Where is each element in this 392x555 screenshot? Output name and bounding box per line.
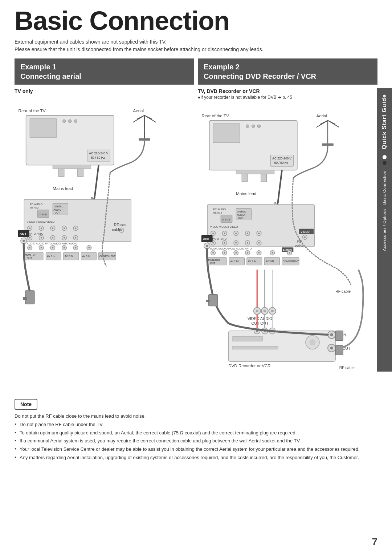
svg-text:OUT: OUT: [238, 217, 244, 219]
svg-point-127: [212, 232, 214, 234]
svg-text:DIGITAL: DIGITAL: [237, 211, 246, 213]
svg-text:AV 1 IN: AV 1 IN: [230, 260, 239, 263]
svg-point-133: [247, 232, 248, 234]
svg-point-214: [330, 347, 333, 349]
svg-point-167: [289, 252, 290, 254]
sidebar-dots: [383, 155, 387, 165]
svg-point-67: [64, 247, 65, 248]
svg-text:MONITOR: MONITOR: [208, 259, 220, 261]
svg-text:RF cable: RF cable: [335, 289, 351, 293]
svg-point-148: [247, 242, 248, 244]
svg-point-163: [258, 252, 260, 254]
svg-point-38: [41, 227, 42, 229]
svg-text:COMPONENT: COMPONENT: [283, 260, 299, 263]
svg-point-97: [257, 125, 260, 127]
svg-text:AUDIO: AUDIO: [53, 208, 61, 211]
svg-point-4: [63, 119, 66, 122]
note-item-3: If a communal Aerial system is used, you…: [15, 437, 377, 445]
svg-point-142: [212, 242, 214, 244]
note-item-2: To obtain optimum quality picture and so…: [15, 429, 377, 437]
svg-rect-203: [232, 346, 278, 349]
svg-point-202: [310, 339, 316, 345]
intro-text: External equipment and cables shown are …: [0, 38, 392, 58]
sidebar-accessories: Accessories / Options: [382, 208, 387, 251]
svg-line-17: [144, 116, 156, 122]
sidebar-quick-start: Quick Start Guide: [381, 94, 388, 149]
svg-point-144: [224, 242, 225, 244]
svg-point-159: [235, 252, 237, 254]
svg-point-195: [271, 310, 274, 312]
svg-text:50 / 60 Hz: 50 / 60 Hz: [91, 156, 105, 159]
svg-text:AC 220-240 V: AC 220-240 V: [272, 157, 291, 160]
svg-point-50: [29, 237, 30, 239]
page-number: 7: [372, 536, 377, 548]
svg-text:50 / 60 Hz: 50 / 60 Hz: [274, 161, 288, 165]
svg-text:ANT: ANT: [203, 237, 210, 241]
example2-subtitle: TV, DVD Recorder or VCR: [198, 88, 377, 94]
svg-point-5: [69, 119, 72, 122]
svg-text:Aerial: Aerial: [316, 114, 327, 118]
svg-text:via AV2: via AV2: [213, 211, 222, 214]
svg-text:RF: RF: [114, 223, 119, 227]
svg-text:VIDEO  VIDEO2   VIDEO: VIDEO VIDEO2 VIDEO: [210, 225, 238, 228]
example1-subtitle: TV only: [15, 88, 194, 94]
svg-point-40: [52, 227, 53, 229]
svg-text:AV 3 IN: AV 3 IN: [265, 260, 274, 263]
svg-text:AUDIO  AUDIO  PATO  AUDIO  PAT: AUDIO AUDIO PATO AUDIO PATO: [210, 247, 252, 250]
svg-rect-88: [23, 297, 27, 300]
svg-text:DIGITAL: DIGITAL: [53, 206, 63, 208]
svg-rect-94: [213, 123, 240, 143]
svg-point-129: [224, 232, 225, 234]
svg-point-61: [29, 247, 30, 248]
svg-text:Mains lead: Mains lead: [236, 191, 256, 196]
svg-rect-7: [53, 165, 91, 169]
svg-point-146: [235, 242, 237, 244]
svg-rect-3: [30, 118, 57, 138]
svg-text:L   PATO  PATO: L PATO PATO: [210, 237, 227, 240]
svg-rect-218: [335, 331, 343, 340]
svg-point-36: [29, 227, 30, 229]
svg-text:AV 2 IN: AV 2 IN: [65, 255, 73, 258]
svg-text:AUDIO  AUDIO  PATO  AUDIO  PAT: AUDIO AUDIO PATO AUDIO PATO AUDIO: [27, 242, 78, 245]
svg-line-16: [133, 116, 144, 122]
svg-line-107: [316, 121, 328, 127]
svg-text:Rear of the TV: Rear of the TV: [19, 109, 46, 113]
svg-text:Rear of the TV: Rear of the TV: [202, 114, 229, 118]
svg-text:D-SUB: D-SUB: [222, 218, 230, 221]
note-section: Note Do not put the RF cable close to th…: [0, 394, 392, 470]
example2-diagram: Rear of the TV Aerial AC 220-240 V 50 / …: [198, 101, 377, 392]
svg-rect-200: [232, 337, 263, 341]
svg-text:COMPONENT: COMPONENT: [99, 255, 116, 258]
note-item-5: Any matters regarding Aerial installatio…: [15, 454, 377, 462]
svg-point-131: [235, 232, 237, 234]
example2-header: Example 2 Connecting DVD Recorder / VCR: [198, 58, 377, 85]
svg-text:Aerial: Aerial: [133, 109, 144, 113]
svg-text:OUT    OUT: OUT OUT: [251, 321, 269, 325]
svg-rect-19: [139, 138, 150, 141]
right-sidebar: Quick Start Guide Basic Connection Acces…: [377, 88, 392, 372]
svg-point-42: [64, 227, 65, 229]
svg-point-56: [64, 237, 65, 239]
svg-rect-9: [78, 169, 83, 177]
svg-text:L   PATO  PATO: L PATO PATO: [27, 232, 44, 235]
sidebar-basic-connection: Basic Connection: [382, 171, 387, 205]
note-item-1: Do not place the RF cable under the TV.: [15, 421, 377, 429]
svg-point-182: [206, 245, 208, 247]
example1-diagram: Rear of the TV Aerial AC 220-240 V 50 / …: [15, 96, 194, 311]
example2-column: TV, DVD Recorder or VCR ●If your recorde…: [198, 88, 377, 393]
svg-point-211: [330, 333, 333, 336]
svg-text:cable: cable: [112, 227, 121, 232]
svg-point-161: [247, 252, 248, 254]
svg-rect-8: [58, 169, 64, 177]
svg-text:cable: cable: [295, 244, 305, 248]
svg-rect-110: [322, 143, 334, 146]
svg-point-155: [212, 252, 214, 254]
svg-point-52: [41, 237, 42, 239]
svg-text:AUDIO: AUDIO: [237, 214, 245, 216]
svg-point-139: [304, 236, 306, 238]
svg-text:MONITOR: MONITOR: [25, 254, 36, 256]
svg-text:ANT: ANT: [20, 232, 27, 236]
svg-point-69: [75, 247, 76, 248]
note-item-4: Your local Television Service Centre or …: [15, 446, 377, 453]
svg-point-193: [264, 310, 266, 312]
